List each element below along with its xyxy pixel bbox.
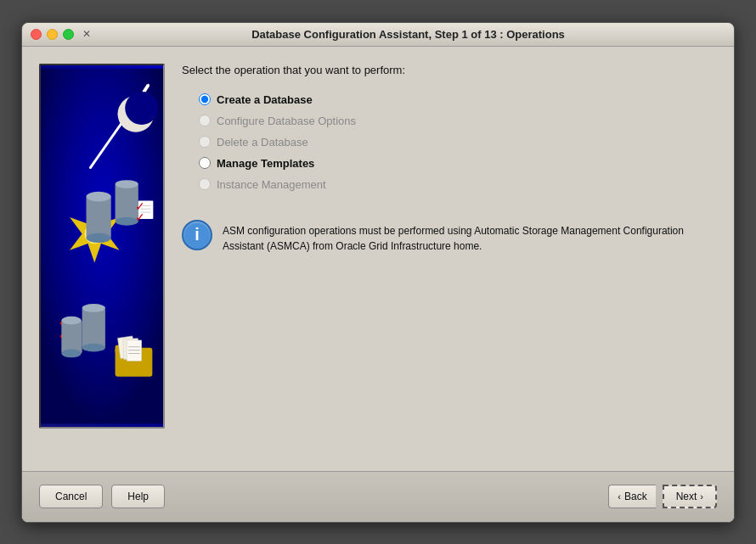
- svg-rect-21: [61, 320, 82, 353]
- next-label: Next: [676, 491, 697, 502]
- bottom-bar: Cancel Help ‹ Back Next ›: [22, 471, 734, 522]
- svg-rect-11: [87, 196, 111, 238]
- back-label: Back: [624, 491, 647, 502]
- radio-label-manage[interactable]: Manage Templates: [217, 157, 314, 170]
- radio-create[interactable]: [199, 93, 211, 105]
- titlebar: ✕ Database Configuration Assistant, Step…: [22, 23, 734, 47]
- titlebar-icon: ✕: [82, 28, 91, 40]
- radio-item-create[interactable]: Create a Database: [199, 93, 717, 106]
- radio-manage[interactable]: [199, 157, 211, 169]
- svg-point-13: [87, 233, 111, 243]
- main-body: ✓ ✓ ✕: [22, 47, 734, 471]
- instruction-text: Select the operation that you want to pe…: [182, 64, 717, 76]
- svg-point-23: [61, 349, 81, 357]
- radio-group: Create a Database Configure Database Opt…: [199, 93, 717, 191]
- decorative-panel: ✓ ✓ ✕: [39, 64, 165, 429]
- svg-text:✓: ✓: [135, 210, 145, 223]
- radio-instance: [199, 178, 211, 190]
- radio-item-instance: Instance Management: [199, 178, 717, 191]
- svg-point-22: [61, 316, 81, 324]
- back-arrow-icon: ‹: [618, 491, 621, 502]
- radio-label-create[interactable]: Create a Database: [217, 93, 313, 106]
- info-text: ASM configuration operations must be per…: [223, 220, 717, 254]
- radio-item-delete: Delete a Database: [199, 136, 717, 149]
- info-icon: i: [182, 220, 212, 250]
- svg-point-25: [82, 304, 105, 312]
- radio-configure: [199, 115, 211, 126]
- bottom-left-buttons: Cancel Help: [39, 485, 165, 508]
- close-button[interactable]: [31, 29, 42, 40]
- radio-item-configure: Configure Database Options: [199, 115, 717, 127]
- cancel-button[interactable]: Cancel: [39, 485, 103, 508]
- window-controls: [31, 29, 74, 40]
- back-button[interactable]: ‹ Back: [608, 485, 655, 508]
- info-box: i ASM configuration operations must be p…: [182, 216, 717, 257]
- svg-point-9: [116, 180, 138, 188]
- next-button[interactable]: Next ›: [663, 485, 717, 508]
- svg-point-26: [82, 343, 105, 351]
- radio-label-instance: Instance Management: [217, 178, 326, 191]
- next-arrow-icon: ›: [700, 491, 703, 502]
- main-window: ✕ Database Configuration Assistant, Step…: [21, 22, 735, 523]
- radio-delete: [199, 136, 211, 148]
- svg-point-7: [125, 92, 158, 125]
- right-panel: Select the operation that you want to pe…: [182, 64, 717, 463]
- window-title: Database Configuration Assistant, Step 1…: [91, 28, 725, 41]
- svg-point-12: [87, 191, 111, 201]
- radio-label-delete: Delete a Database: [217, 136, 308, 149]
- svg-rect-24: [82, 307, 105, 347]
- content-area: ✓ ✓ ✕: [22, 47, 734, 522]
- minimize-button[interactable]: [47, 29, 58, 40]
- svg-rect-31: [127, 339, 142, 360]
- bottom-right-buttons: ‹ Back Next ›: [608, 485, 717, 508]
- radio-label-configure: Configure Database Options: [217, 115, 356, 127]
- maximize-button[interactable]: [63, 29, 74, 40]
- help-button[interactable]: Help: [111, 485, 165, 508]
- radio-item-manage[interactable]: Manage Templates: [199, 157, 717, 170]
